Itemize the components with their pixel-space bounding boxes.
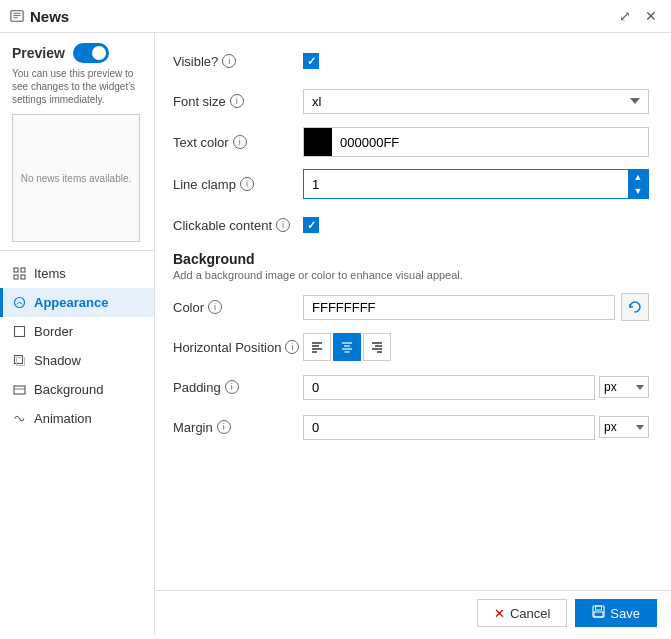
preview-description: You can use this preview to see changes … xyxy=(12,67,142,106)
title-bar-left: News xyxy=(10,8,69,25)
sidebar-item-items[interactable]: Items xyxy=(0,259,154,288)
text-color-input-wrap: 000000FF xyxy=(303,127,649,157)
padding-info-icon[interactable]: i xyxy=(225,380,239,394)
title-bar: News ⤢ ✕ xyxy=(0,0,671,33)
padding-unit-select[interactable]: px em rem % xyxy=(599,376,649,398)
padding-input[interactable] xyxy=(303,375,595,400)
preview-box: No news items available. xyxy=(12,114,140,242)
visible-info-icon[interactable]: i xyxy=(222,54,236,68)
sidebar-item-background[interactable]: Background xyxy=(0,375,154,404)
font-size-control: xl xs sm md lg 2xl 3xl xyxy=(303,89,649,114)
color-info-icon[interactable]: i xyxy=(208,300,222,314)
sidebar-item-appearance[interactable]: Appearance xyxy=(0,288,154,317)
line-clamp-input[interactable] xyxy=(304,170,628,198)
text-color-info-icon[interactable]: i xyxy=(233,135,247,149)
svg-rect-27 xyxy=(596,606,602,610)
text-color-input[interactable]: 000000FF xyxy=(332,131,648,154)
text-color-row: Text color i 000000FF xyxy=(173,127,649,157)
line-clamp-increment[interactable]: ▲ xyxy=(628,170,648,184)
color-label: Color i xyxy=(173,300,303,315)
margin-input-wrap: px em rem % xyxy=(303,415,649,440)
margin-label: Margin i xyxy=(173,420,303,435)
expand-button[interactable]: ⤢ xyxy=(615,6,635,26)
clickable-content-checkbox[interactable] xyxy=(303,217,319,233)
sidebar-item-shadow[interactable]: Shadow xyxy=(0,346,154,375)
svg-rect-28 xyxy=(594,612,603,617)
text-color-control: 000000FF xyxy=(303,127,649,157)
align-center-button[interactable] xyxy=(333,333,361,361)
sidebar-item-appearance-label: Appearance xyxy=(34,295,108,310)
line-clamp-label: Line clamp i xyxy=(173,177,303,192)
right-panel: Visible? i Font size i xl xs sm xyxy=(155,33,671,635)
items-icon xyxy=(12,267,26,281)
animation-icon xyxy=(12,412,26,426)
line-clamp-spin-buttons: ▲ ▼ xyxy=(628,170,648,198)
svg-rect-10 xyxy=(14,356,22,364)
align-buttons xyxy=(303,333,649,361)
padding-input-wrap: px em rem % xyxy=(303,375,649,400)
text-color-label: Text color i xyxy=(173,135,303,150)
horizontal-position-row: Horizontal Position i xyxy=(173,333,649,361)
horizontal-position-info-icon[interactable]: i xyxy=(285,340,299,354)
background-description: Add a background image or color to enhan… xyxy=(173,269,649,281)
close-button[interactable]: ✕ xyxy=(641,6,661,26)
svg-rect-7 xyxy=(21,275,25,279)
sidebar-item-border-label: Border xyxy=(34,324,73,339)
right-scrollable[interactable]: Visible? i Font size i xl xs sm xyxy=(155,33,671,590)
margin-info-icon[interactable]: i xyxy=(217,420,231,434)
color-input-with-refresh xyxy=(303,293,649,321)
line-clamp-info-icon[interactable]: i xyxy=(240,177,254,191)
margin-control: px em rem % xyxy=(303,415,649,440)
color-refresh-button[interactable] xyxy=(621,293,649,321)
cancel-label: Cancel xyxy=(510,606,550,621)
background-icon xyxy=(12,383,26,397)
sidebar-nav: Items Appearance Border xyxy=(0,251,154,635)
margin-row: Margin i px em rem % xyxy=(173,413,649,441)
save-label: Save xyxy=(610,606,640,621)
sidebar-item-border[interactable]: Border xyxy=(0,317,154,346)
preview-section: Preview You can use this preview to see … xyxy=(0,33,154,251)
visible-checkbox[interactable] xyxy=(303,53,319,69)
sidebar-item-background-label: Background xyxy=(34,382,103,397)
preview-toggle[interactable] xyxy=(73,43,109,63)
horizontal-position-control xyxy=(303,333,649,361)
color-input[interactable] xyxy=(303,295,615,320)
visible-label: Visible? i xyxy=(173,54,303,69)
font-size-info-icon[interactable]: i xyxy=(230,94,244,108)
margin-input[interactable] xyxy=(303,415,595,440)
svg-rect-9 xyxy=(14,327,24,337)
padding-label: Padding i xyxy=(173,380,303,395)
align-left-button[interactable] xyxy=(303,333,331,361)
save-icon xyxy=(592,605,605,621)
visible-row: Visible? i xyxy=(173,47,649,75)
border-icon xyxy=(12,325,26,339)
text-color-swatch[interactable] xyxy=(304,128,332,156)
font-size-label: Font size i xyxy=(173,94,303,109)
preview-empty-text: No news items available. xyxy=(21,173,132,184)
line-clamp-control: ▲ ▼ xyxy=(303,169,649,199)
font-size-row: Font size i xl xs sm md lg 2xl 3xl xyxy=(173,87,649,115)
svg-rect-4 xyxy=(14,268,18,272)
cancel-button[interactable]: ✕ Cancel xyxy=(477,599,567,627)
sidebar-item-animation[interactable]: Animation xyxy=(0,404,154,433)
align-right-button[interactable] xyxy=(363,333,391,361)
preview-label: Preview xyxy=(12,45,65,61)
color-control xyxy=(303,293,649,321)
save-button[interactable]: Save xyxy=(575,599,657,627)
sidebar-item-animation-label: Animation xyxy=(34,411,92,426)
line-clamp-decrement[interactable]: ▼ xyxy=(628,184,648,198)
padding-control: px em rem % xyxy=(303,375,649,400)
title-actions: ⤢ ✕ xyxy=(615,6,661,26)
clickable-content-info-icon[interactable]: i xyxy=(276,218,290,232)
clickable-content-label: Clickable content i xyxy=(173,218,303,233)
font-size-select[interactable]: xl xs sm md lg 2xl 3xl xyxy=(303,89,649,114)
sidebar-item-items-label: Items xyxy=(34,266,66,281)
svg-rect-12 xyxy=(14,386,25,394)
padding-row: Padding i px em rem % xyxy=(173,373,649,401)
background-heading: Background xyxy=(173,251,649,267)
left-panel: Preview You can use this preview to see … xyxy=(0,33,155,635)
visible-control xyxy=(303,53,649,69)
clickable-content-control xyxy=(303,217,649,233)
main-layout: Preview You can use this preview to see … xyxy=(0,33,671,635)
margin-unit-select[interactable]: px em rem % xyxy=(599,416,649,438)
